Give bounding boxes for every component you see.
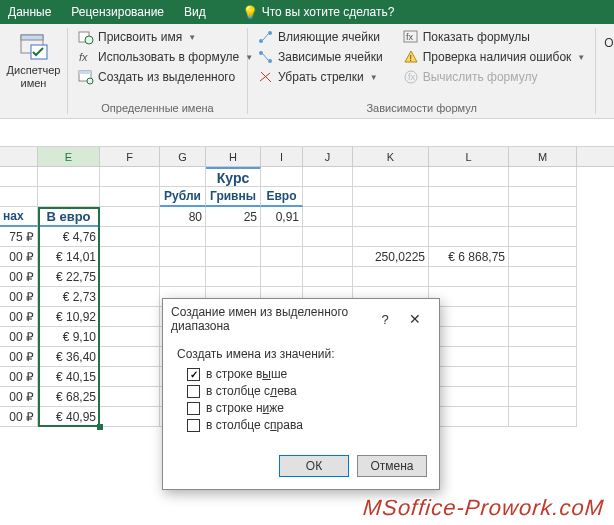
cell[interactable] [429, 167, 509, 187]
create-from-selection-button[interactable]: Создать из выделенного [76, 68, 239, 86]
cell[interactable] [206, 267, 261, 287]
cell[interactable] [353, 227, 429, 247]
trace-precedents-button[interactable]: Влияющие ячейки [256, 28, 385, 46]
cell[interactable]: 00 ₽ [0, 407, 38, 427]
cell[interactable] [429, 407, 509, 427]
cell[interactable] [303, 167, 353, 187]
cell[interactable] [100, 267, 160, 287]
cell[interactable] [429, 267, 509, 287]
cell[interactable] [100, 387, 160, 407]
cell[interactable] [160, 267, 206, 287]
cell[interactable] [100, 367, 160, 387]
cell[interactable] [100, 307, 160, 327]
cell[interactable] [261, 167, 303, 187]
col-header-k[interactable]: K [353, 147, 429, 166]
cell[interactable] [303, 247, 353, 267]
cell[interactable] [429, 227, 509, 247]
name-manager-button[interactable]: Диспетчер имен [8, 28, 59, 92]
cell[interactable]: 80 [160, 207, 206, 227]
cell[interactable] [509, 227, 577, 247]
tab-data[interactable]: Данные [8, 5, 51, 19]
cell[interactable]: 00 ₽ [0, 327, 38, 347]
cell[interactable]: 00 ₽ [0, 267, 38, 287]
cell[interactable] [429, 287, 509, 307]
cell[interactable]: € 2,73 [38, 287, 100, 307]
cell[interactable]: € 22,75 [38, 267, 100, 287]
remove-arrows-button[interactable]: Убрать стрелки ▼ [256, 68, 385, 86]
dialog-titlebar[interactable]: Создание имен из выделенного диапазона ?… [163, 299, 439, 339]
col-header-l[interactable]: L [429, 147, 509, 166]
cell[interactable] [353, 187, 429, 207]
cell[interactable] [261, 227, 303, 247]
selection-handle[interactable] [97, 424, 103, 430]
cell[interactable] [509, 267, 577, 287]
checkbox-bottom[interactable] [187, 402, 200, 415]
cell[interactable]: 00 ₽ [0, 387, 38, 407]
cell[interactable]: € 36,40 [38, 347, 100, 367]
tab-review[interactable]: Рецензирование [71, 5, 164, 19]
cell[interactable]: 00 ₽ [0, 247, 38, 267]
cell[interactable]: € 9,10 [38, 327, 100, 347]
col-header-i[interactable]: I [261, 147, 303, 166]
use-in-formula-button[interactable]: fx Использовать в формуле ▼ [76, 48, 239, 66]
cell[interactable] [509, 347, 577, 367]
cell[interactable]: 00 ₽ [0, 367, 38, 387]
cell[interactable] [303, 207, 353, 227]
cell[interactable] [353, 167, 429, 187]
cell[interactable] [160, 227, 206, 247]
cell[interactable]: 00 ₽ [0, 287, 38, 307]
cell[interactable] [509, 407, 577, 427]
cell[interactable] [100, 207, 160, 227]
cell[interactable]: € 6 868,75 [429, 247, 509, 267]
cell[interactable] [0, 167, 38, 187]
cell[interactable]: 00 ₽ [0, 347, 38, 367]
error-checking-button[interactable]: ! Проверка наличия ошибок ▼ [401, 48, 588, 66]
checkbox-top-row[interactable]: в строке выше [187, 367, 425, 381]
cell[interactable] [353, 267, 429, 287]
cell-kurs-header[interactable]: Курс [206, 167, 261, 187]
cell[interactable] [100, 287, 160, 307]
cell[interactable] [100, 247, 160, 267]
checkbox-bottom-row[interactable]: в строке ниже [187, 401, 425, 415]
cell[interactable] [429, 367, 509, 387]
checkbox-right[interactable] [187, 419, 200, 432]
cell[interactable]: € 68,25 [38, 387, 100, 407]
cell[interactable] [509, 327, 577, 347]
checkbox-left-row[interactable]: в столбце слева [187, 384, 425, 398]
cell[interactable] [303, 227, 353, 247]
checkbox-right-row[interactable]: в столбце справа [187, 418, 425, 432]
cell[interactable] [509, 187, 577, 207]
cell[interactable] [206, 227, 261, 247]
show-formulas-button[interactable]: fx Показать формулы [401, 28, 588, 46]
cell[interactable] [429, 307, 509, 327]
ok-button[interactable]: ОК [279, 455, 349, 477]
col-header-e[interactable]: E [38, 147, 100, 166]
cell[interactable] [100, 167, 160, 187]
col-header-f[interactable]: F [100, 147, 160, 166]
col-header-h[interactable]: H [206, 147, 261, 166]
cell[interactable] [509, 387, 577, 407]
col-header-g[interactable]: G [160, 147, 206, 166]
cell[interactable] [100, 347, 160, 367]
cell[interactable] [100, 407, 160, 427]
cell[interactable] [160, 167, 206, 187]
cell[interactable] [429, 207, 509, 227]
define-name-button[interactable]: Присвоить имя ▼ [76, 28, 239, 46]
cell[interactable]: 0,91 [261, 207, 303, 227]
cell-eur-header[interactable]: Евро [261, 187, 303, 207]
col-header-m[interactable]: M [509, 147, 577, 166]
cancel-button[interactable]: Отмена [357, 455, 427, 477]
cell[interactable] [38, 187, 100, 207]
cell[interactable]: 75 ₽ [0, 227, 38, 247]
cell[interactable] [206, 247, 261, 267]
tab-view[interactable]: Вид [184, 5, 206, 19]
cell[interactable]: € 40,95 [38, 407, 100, 427]
cell[interactable]: 00 ₽ [0, 307, 38, 327]
col-header[interactable] [0, 147, 38, 166]
cell[interactable] [429, 347, 509, 367]
cell[interactable] [303, 187, 353, 207]
cell[interactable] [303, 267, 353, 287]
cell[interactable] [261, 267, 303, 287]
cell[interactable]: 250,0225 [353, 247, 429, 267]
cell-euro-header[interactable]: В евро [38, 207, 100, 227]
